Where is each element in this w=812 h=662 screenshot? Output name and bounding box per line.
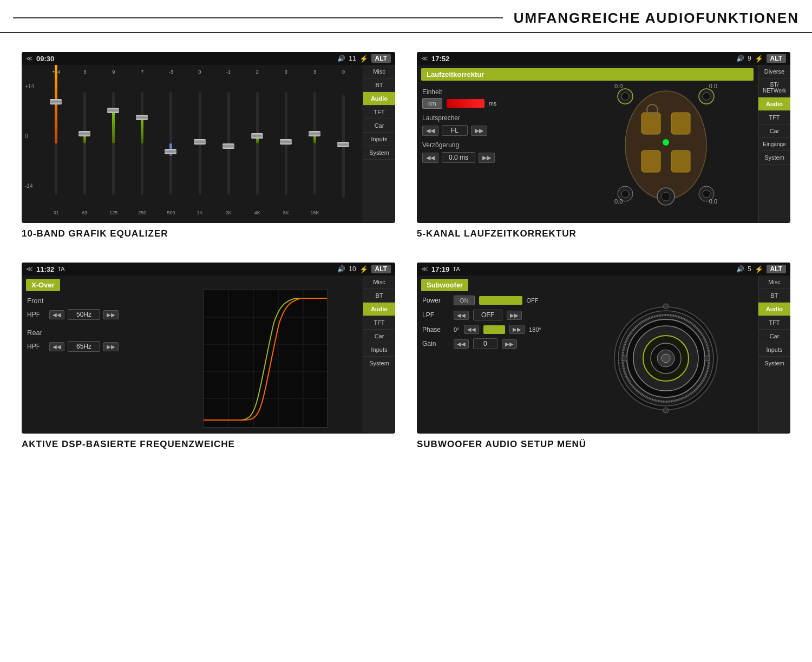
sub-lpf-next[interactable]: ▶▶ bbox=[507, 311, 522, 320]
eq-val-1: 3 bbox=[83, 69, 86, 77]
laufzeit-menu-audio[interactable]: Audio bbox=[758, 97, 790, 111]
sub-menu-system[interactable]: System bbox=[758, 357, 790, 370]
svg-point-16 bbox=[662, 192, 670, 201]
eq-handle-1[interactable] bbox=[78, 131, 90, 136]
eq-menu-car[interactable]: Car bbox=[363, 119, 395, 133]
eq-menu-system[interactable]: System bbox=[363, 146, 395, 160]
xover-bt-icon: ⚡ bbox=[359, 265, 368, 273]
sub-side-menu: Misc BT Audio TFT Car Inputs System bbox=[758, 276, 790, 432]
eq-band-8: 0 8K bbox=[272, 69, 300, 215]
corner-bl: 0.0 bbox=[614, 198, 623, 205]
eq-handle-0[interactable] bbox=[50, 99, 62, 104]
svg-rect-1 bbox=[641, 113, 660, 134]
sub-menu-inputs[interactable]: Inputs bbox=[758, 343, 790, 357]
xover-front-prev[interactable]: ◀◀ bbox=[49, 310, 64, 319]
svg-rect-4 bbox=[671, 150, 690, 172]
laufzeit-speaker-value: FL bbox=[442, 125, 468, 136]
sub-phase-next[interactable]: ▶▶ bbox=[509, 325, 525, 334]
laufzeit-delay-prev[interactable]: ◀◀ bbox=[422, 153, 438, 163]
xover-menu-audio[interactable]: Audio bbox=[363, 303, 395, 316]
sub-phase-prev[interactable]: ◀◀ bbox=[464, 325, 479, 334]
svg-rect-3 bbox=[641, 150, 660, 172]
eq-back-arrows[interactable]: ≪ bbox=[26, 55, 33, 62]
laufzeit-delay-next[interactable]: ▶▶ bbox=[479, 153, 495, 163]
xover-menu-misc[interactable]: Misc bbox=[363, 276, 395, 289]
xover-front-next[interactable]: ▶▶ bbox=[103, 310, 119, 319]
laufzeit-speaker-prev[interactable]: ◀◀ bbox=[422, 126, 438, 136]
sub-status-bar: ≪ 17:19 TA 🔊 5 ⚡ ALT bbox=[417, 263, 790, 276]
laufzeit-menu-diverse[interactable]: Diverse bbox=[758, 65, 790, 78]
eq-menu-audio[interactable]: Audio bbox=[363, 92, 395, 106]
sub-power-off-label: OFF bbox=[527, 297, 539, 304]
laufzeit-status-left: ≪ 17:52 bbox=[421, 55, 449, 63]
eq-track-3 bbox=[141, 92, 143, 195]
eq-track-9 bbox=[313, 92, 316, 195]
laufzeit-menu-eingange[interactable]: Eingänge bbox=[758, 138, 790, 151]
xover-menu-inputs[interactable]: Inputs bbox=[363, 343, 395, 357]
laufzeit-speaker-next[interactable]: ▶▶ bbox=[471, 126, 487, 136]
laufzeit-cm-btn[interactable]: cm bbox=[422, 98, 442, 109]
xover-menu-tft[interactable]: TFT bbox=[363, 316, 395, 330]
laufzeit-delay-row: ◀◀ 0.0 ms ▶▶ bbox=[422, 152, 520, 163]
xover-rear-prev[interactable]: ◀◀ bbox=[49, 342, 64, 351]
sub-menu-audio[interactable]: Audio bbox=[758, 303, 790, 316]
xover-front-filter: HPF bbox=[27, 311, 46, 318]
sub-gain-prev[interactable]: ◀◀ bbox=[454, 339, 469, 349]
eq-handle-6[interactable] bbox=[222, 143, 234, 149]
eq-band-7: 2 4K bbox=[244, 69, 271, 215]
eq-menu-bt[interactable]: BT bbox=[363, 78, 395, 92]
eq-band-1: 3 63 bbox=[71, 69, 99, 215]
eq-vol-icon: 🔊 bbox=[337, 55, 345, 62]
xover-menu-bt[interactable]: BT bbox=[363, 289, 395, 303]
xover-menu-car[interactable]: Car bbox=[363, 330, 395, 343]
eq-handle-8[interactable] bbox=[280, 139, 292, 145]
laufzeit-menu-bt[interactable]: BT/NETWork bbox=[758, 78, 790, 97]
laufzeit-menu-tft[interactable]: TFT bbox=[758, 111, 790, 124]
sub-lpf-prev[interactable]: ◀◀ bbox=[454, 311, 469, 320]
eq-alt-btn[interactable]: ALT bbox=[371, 54, 391, 63]
xover-alt-btn[interactable]: ALT bbox=[371, 265, 391, 273]
xover-rear-next[interactable]: ▶▶ bbox=[103, 342, 119, 351]
eq-menu-inputs[interactable]: Inputs bbox=[363, 133, 395, 146]
eq-handle-3[interactable] bbox=[136, 115, 148, 120]
eq-handle-4[interactable] bbox=[165, 149, 176, 154]
sub-power-on-btn[interactable]: ON bbox=[454, 296, 475, 305]
eq-val-2: 9 bbox=[112, 69, 115, 77]
eq-band-6: -1 2K bbox=[215, 69, 243, 215]
sub-menu-car[interactable]: Car bbox=[758, 330, 790, 343]
eq-handle-10[interactable] bbox=[337, 142, 349, 147]
laufzeit-delay-value: 0.0 ms bbox=[442, 152, 475, 163]
eq-track-2 bbox=[112, 92, 115, 195]
eq-screen: ≪ 09:30 🔊 11 ⚡ ALT +14 0 bbox=[22, 52, 395, 223]
eq-menu-tft[interactable]: TFT bbox=[363, 106, 395, 119]
eq-freq-3: 250 bbox=[138, 210, 146, 215]
laufzeit-menu-system[interactable]: System bbox=[758, 151, 790, 165]
eq-val-10: 0 bbox=[342, 69, 345, 77]
sub-gain-next[interactable]: ▶▶ bbox=[502, 339, 517, 349]
sub-back-arrows[interactable]: ≪ bbox=[421, 265, 428, 273]
eq-menu-misc[interactable]: Misc bbox=[363, 65, 395, 78]
xover-status-left: ≪ 11:32 TA bbox=[26, 265, 65, 273]
eq-handle-9[interactable] bbox=[309, 131, 320, 136]
sub-menu-misc[interactable]: Misc bbox=[758, 276, 790, 289]
xover-front-value: 50Hz bbox=[68, 309, 100, 320]
eq-handle-5[interactable] bbox=[194, 139, 206, 145]
sub-alt-btn[interactable]: ALT bbox=[767, 265, 786, 273]
eq-handle-2[interactable] bbox=[107, 108, 119, 113]
eq-slider-6 bbox=[215, 77, 243, 210]
xover-volume: 10 bbox=[349, 265, 356, 273]
laufzeit-menu-car[interactable]: Car bbox=[758, 124, 790, 138]
xover-menu-system[interactable]: System bbox=[363, 357, 395, 370]
speaker-container bbox=[606, 286, 725, 430]
eq-zero-0 bbox=[56, 143, 56, 144]
sub-menu-tft[interactable]: TFT bbox=[758, 316, 790, 330]
xover-back-arrows[interactable]: ≪ bbox=[26, 265, 33, 273]
sub-menu-bt[interactable]: BT bbox=[758, 289, 790, 303]
eq-status-right: 🔊 11 ⚡ ALT bbox=[337, 54, 391, 63]
laufzeit-alt-btn[interactable]: ALT bbox=[767, 54, 786, 63]
eq-handle-7[interactable] bbox=[251, 133, 263, 139]
sub-gain-row: Gain ◀◀ 0 ▶▶ bbox=[422, 338, 541, 349]
xover-title-bar: X-Over bbox=[26, 279, 60, 291]
eq-val-8: 0 bbox=[285, 69, 287, 77]
laufzeit-back-arrows[interactable]: ≪ bbox=[421, 55, 428, 62]
